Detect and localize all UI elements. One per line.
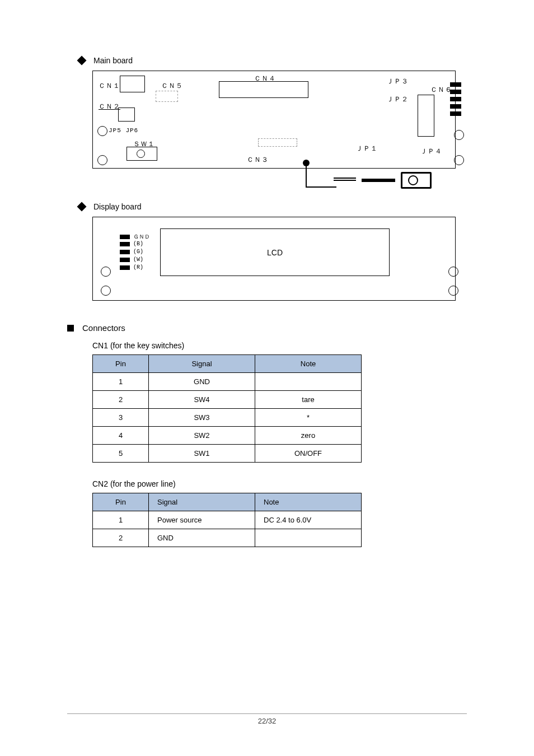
- table-row: 2 SW4 tare: [93, 391, 362, 409]
- lcd-label: LCD: [267, 248, 283, 257]
- connectors-section: Connectors: [67, 323, 467, 333]
- label-jp5jp6: JP5 JP6: [109, 127, 138, 134]
- pin-block-icon: [120, 242, 130, 246]
- page-number: 22/32: [258, 717, 277, 725]
- pad-cn6-3: [450, 97, 461, 101]
- square-bullet-icon: [67, 325, 74, 332]
- circle-dr2: [448, 286, 458, 296]
- pin-r: (R): [120, 264, 143, 270]
- main-board-diagram: ＣＮ１ ＣＮ５ ＣＮ４ ＪＰ３ ＪＰ２ ＣＮ６ ＣＮ２ JP5 JP6 ＳＷ１ …: [92, 71, 456, 169]
- label-cn3: ＣＮ３: [247, 155, 269, 165]
- rect-cn1: [120, 76, 145, 92]
- bracket-1: [334, 178, 356, 181]
- label-cn5: ＣＮ５: [161, 81, 183, 91]
- table-header: Note: [255, 493, 362, 511]
- section-main-board: Main board: [78, 56, 467, 65]
- pad-cn6-4: [450, 104, 461, 109]
- display-board-diagram: ＧＮＤ (B) (G) (W) (R) LCD: [92, 217, 456, 301]
- table-cn1-title: CN1 (for the key switches): [92, 341, 467, 350]
- pin-block-icon: [120, 250, 130, 254]
- pin-g: (G): [120, 249, 143, 255]
- circle-dl2: [101, 286, 111, 296]
- circle-dl: [101, 267, 111, 277]
- main-board-label: Main board: [93, 56, 133, 65]
- table-row: 3 SW3 *: [93, 409, 362, 427]
- label-cn1: ＣＮ１: [99, 81, 120, 91]
- line-v1: [306, 165, 307, 188]
- table-cn1-wrap: CN1 (for the key switches) Pin Signal No…: [92, 341, 467, 463]
- pin-w: (W): [120, 256, 143, 263]
- rect-cn5: [156, 91, 178, 102]
- table-row: 1 Power source DC 2.4 to 6.0V: [93, 511, 362, 529]
- circle-r1: [454, 130, 464, 140]
- table-header: Signal: [149, 355, 255, 373]
- label-jp3: ＪＰ３: [387, 77, 409, 86]
- table-cn2: Pin Signal Note 1 Power source DC 2.4 to…: [92, 493, 362, 547]
- circle-sw1-btn: [137, 150, 145, 158]
- circle-jp5: [97, 126, 107, 136]
- table-row: 2 GND: [93, 529, 362, 547]
- page-footer: 22/32: [67, 713, 467, 725]
- display-board-label: Display board: [93, 202, 142, 211]
- fixture-circle: [408, 175, 418, 185]
- circle-bl: [97, 155, 107, 165]
- table-header: Pin: [93, 355, 149, 373]
- table-row: 4 SW2 zero: [93, 427, 362, 445]
- table-row: 1 GND: [93, 373, 362, 391]
- lcd-box: LCD: [160, 228, 390, 276]
- diamond-icon: [77, 56, 87, 66]
- table-cn2-wrap: CN2 (for the power line) Pin Signal Note…: [92, 479, 467, 547]
- pin-gnd: ＧＮＤ: [120, 233, 150, 241]
- label-jp1: ＪＰ１: [356, 144, 378, 153]
- pad-cn6-1: [450, 82, 461, 87]
- pad-cn6-2: [450, 90, 461, 94]
- table-header: Pin: [93, 493, 149, 511]
- label-jp4: ＪＰ４: [420, 147, 442, 156]
- table-row: 5 SW1 ON/OFF: [93, 445, 362, 463]
- section-display-board: Display board: [78, 202, 467, 211]
- table-header: Signal: [149, 493, 255, 511]
- rect-jp2: [418, 95, 434, 137]
- rect-cn4: [219, 81, 308, 98]
- label-jp2: ＪＰ２: [387, 95, 409, 104]
- circle-r2: [454, 155, 464, 165]
- table-cn1: Pin Signal Note 1 GND 2 SW4 tare 3: [92, 354, 362, 463]
- circle-dr: [448, 267, 458, 277]
- diamond-icon-2: [77, 202, 87, 212]
- pin-block-icon: [120, 265, 130, 270]
- connectors-title: Connectors: [82, 323, 125, 333]
- line-h1: [306, 186, 336, 188]
- label-cn2: ＣＮ２: [99, 102, 120, 111]
- rect-cn3: [258, 138, 297, 147]
- table-header: Note: [255, 355, 362, 373]
- pin-b: (B): [120, 241, 143, 247]
- bracket-2: [362, 179, 395, 182]
- pin-block-icon: [120, 258, 130, 262]
- label-cn6: ＣＮ６: [430, 85, 452, 95]
- pad-cn6-5: [450, 111, 461, 116]
- rect-cn2: [118, 108, 135, 122]
- table-cn2-title: CN2 (for the power line): [92, 479, 467, 488]
- pin-block-icon: [120, 235, 130, 239]
